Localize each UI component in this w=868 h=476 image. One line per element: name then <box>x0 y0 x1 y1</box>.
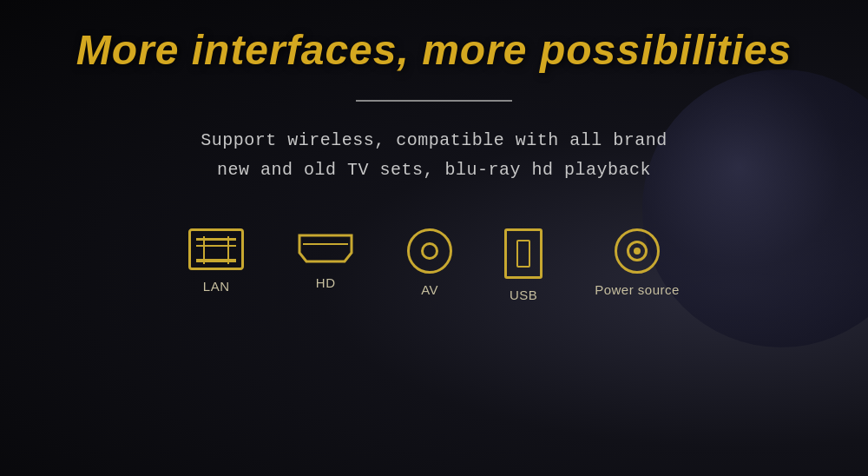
usb-icon-inner <box>516 240 530 268</box>
usb-label: USB <box>510 288 537 302</box>
lan-line-bot <box>196 259 236 261</box>
av-icon <box>407 228 452 274</box>
lan-vert-right <box>227 236 229 264</box>
lan-icon-inner <box>191 231 241 268</box>
main-content: More interfaces, more possibilities Supp… <box>0 0 868 476</box>
icons-row: LAN HD AV US <box>188 228 680 302</box>
icon-item-power: Power source <box>595 228 680 297</box>
lan-label: LAN <box>203 279 230 294</box>
subtitle: Support wireless, compatible with all br… <box>201 126 667 185</box>
lan-vert-left <box>203 236 205 264</box>
icon-item-hd: HD <box>296 228 355 290</box>
main-title: More interfaces, more possibilities <box>76 26 792 74</box>
lan-icon <box>188 228 244 270</box>
divider <box>356 100 512 102</box>
hd-label: HD <box>316 275 336 290</box>
icon-item-usb: USB <box>504 228 542 302</box>
power-icon-inner <box>627 241 648 261</box>
av-icon-inner <box>421 242 438 260</box>
usb-icon <box>504 228 542 279</box>
lan-line-top <box>196 238 236 240</box>
lan-line-mid <box>196 245 236 247</box>
icon-item-av: AV <box>407 228 452 297</box>
power-label: Power source <box>595 282 680 297</box>
av-label: AV <box>421 282 438 297</box>
hd-icon-svg <box>296 228 355 267</box>
subtitle-line1: Support wireless, compatible with all br… <box>201 130 667 150</box>
power-icon <box>615 228 660 274</box>
subtitle-line2: new and old TV sets, blu-ray hd playback <box>217 160 651 180</box>
power-icon-dot <box>634 248 641 255</box>
hd-icon <box>296 228 355 267</box>
icon-item-lan: LAN <box>188 228 244 294</box>
